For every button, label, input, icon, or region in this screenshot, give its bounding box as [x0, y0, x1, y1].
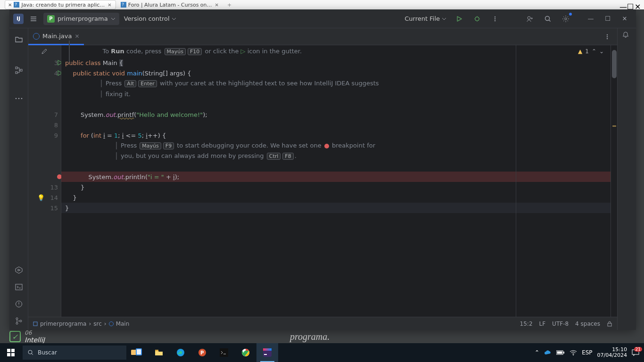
inspection-widget[interactable]: ▲ 1 ⌃ ⌄ — [578, 48, 604, 55]
status-line-ending[interactable]: LF — [539, 321, 546, 327]
svg-rect-47 — [563, 352, 564, 354]
svg-rect-29 — [7, 353, 10, 356]
editor-scrollbar[interactable] — [611, 45, 617, 317]
editor-gutter[interactable]: 3 4 7 8 9 13 14 — [28, 45, 61, 317]
svg-point-31 — [28, 350, 32, 354]
status-encoding[interactable]: UTF-8 — [552, 321, 569, 327]
svg-point-7 — [495, 20, 495, 21]
run-config-selector[interactable]: Current File — [405, 15, 446, 22]
svg-rect-35 — [155, 350, 158, 351]
svg-rect-28 — [11, 349, 15, 352]
close-tab-icon[interactable]: ✕ — [74, 33, 79, 40]
run-button[interactable] — [454, 14, 464, 24]
svg-point-22 — [607, 34, 608, 35]
svg-rect-17 — [16, 284, 22, 290]
svg-point-21 — [20, 320, 22, 322]
taskview-icon[interactable] — [126, 343, 148, 362]
close-icon[interactable]: ✕ — [107, 2, 112, 8]
terminal-tool-button[interactable] — [14, 282, 24, 292]
action-center-icon[interactable]: 21 — [632, 349, 639, 356]
svg-rect-27 — [7, 349, 10, 352]
editor-tab-label: Main.java — [42, 33, 72, 40]
svg-text:P: P — [200, 350, 204, 355]
svg-point-10 — [565, 17, 567, 19]
main-menu-button[interactable] — [28, 14, 39, 24]
onedrive-icon[interactable] — [544, 350, 552, 355]
browser-tab-1-label: Java: creando tu primera aplic… — [21, 2, 105, 8]
svg-rect-46 — [557, 352, 562, 354]
project-name: primerprograma — [58, 15, 108, 22]
svg-text:?: ? — [15, 2, 17, 7]
intellij-taskbar-icon[interactable] — [256, 343, 278, 362]
svg-point-5 — [495, 16, 495, 17]
more-tools-button[interactable] — [14, 93, 24, 104]
minimize-button[interactable]: — — [583, 12, 598, 25]
svg-rect-39 — [220, 348, 228, 357]
svg-rect-12 — [16, 72, 17, 74]
browser-tab-1[interactable]: ✕ ? Java: creando tu primera aplic… ✕ — [5, 0, 116, 9]
search-everywhere-button[interactable] — [543, 14, 553, 24]
maximize-button[interactable]: ☐ — [600, 12, 615, 25]
settings-button[interactable] — [561, 14, 571, 24]
code-with-me-button[interactable] — [525, 14, 535, 24]
warning-icon: ▲ — [578, 48, 582, 55]
edit-hint-icon[interactable] — [41, 48, 48, 55]
svg-point-48 — [573, 354, 574, 355]
close-button[interactable]: ✕ — [617, 12, 632, 25]
svg-point-23 — [607, 36, 608, 37]
svg-point-6 — [495, 18, 495, 19]
edge-icon[interactable] — [170, 343, 191, 362]
java-class-icon — [33, 33, 40, 40]
svg-text:?: ? — [122, 2, 124, 7]
browser-maximize-icon[interactable]: ☐ — [627, 2, 632, 7]
version-control-menu[interactable]: Version control — [124, 15, 176, 22]
chevron-down-icon[interactable]: ⌄ — [599, 48, 604, 55]
svg-point-15 — [18, 98, 19, 99]
chrome-icon[interactable] — [235, 343, 256, 362]
browser-tab-2-label: Foro | Alura Latam - Cursos on… — [128, 2, 212, 8]
language-indicator[interactable]: ESP — [582, 349, 592, 356]
project-tool-button[interactable] — [14, 34, 24, 45]
svg-rect-13 — [20, 69, 22, 71]
close-icon[interactable]: ✕ — [214, 2, 220, 8]
back-lesson-title: IntelliJ — [25, 336, 45, 343]
powerpoint-icon[interactable]: P — [191, 343, 213, 362]
more-actions-button[interactable] — [490, 14, 500, 24]
status-caret-pos[interactable]: 15:2 — [520, 321, 533, 327]
svg-point-8 — [528, 16, 530, 19]
tab-actions-button[interactable] — [602, 32, 612, 42]
structure-tool-button[interactable] — [14, 65, 24, 75]
svg-rect-44 — [263, 348, 272, 351]
browser-newtab[interactable]: + — [224, 0, 234, 9]
browser-minimize-icon[interactable]: — — [619, 2, 624, 7]
svg-point-20 — [16, 322, 18, 324]
svg-rect-43 — [264, 354, 267, 355]
chevron-up-icon[interactable]: ⌃ — [592, 48, 596, 55]
problems-tool-button[interactable] — [14, 299, 24, 309]
intention-bulb-icon[interactable]: 💡 — [37, 194, 45, 201]
breadcrumb[interactable]: primerprograma › src › Main — [33, 321, 129, 327]
wifi-icon[interactable] — [570, 350, 577, 355]
svg-point-14 — [15, 98, 17, 99]
code-editor[interactable]: ▲ 1 ⌃ ⌄ To Run code, press MayúsF10 or c… — [61, 45, 611, 317]
git-tool-button[interactable] — [14, 316, 24, 326]
debug-button[interactable] — [472, 14, 482, 24]
windows-start-button[interactable] — [0, 343, 22, 362]
intellij-logo-icon[interactable]: IJ — [13, 14, 24, 24]
battery-icon[interactable] — [556, 350, 565, 355]
readonly-lock-icon[interactable] — [607, 321, 612, 327]
project-selector[interactable]: P primerprograma — [43, 13, 119, 25]
svg-rect-25 — [33, 322, 37, 326]
terminal-taskbar-icon[interactable] — [213, 343, 235, 362]
status-indent[interactable]: 4 spaces — [575, 321, 600, 327]
services-tool-button[interactable] — [14, 265, 24, 275]
browser-close-icon[interactable]: ✕ — [635, 2, 639, 7]
tray-chevron-up-icon[interactable]: ⌃ — [535, 349, 539, 356]
notifications-button[interactable] — [622, 31, 632, 41]
taskbar-clock[interactable]: 15:10 07/04/2024 — [597, 347, 627, 358]
taskbar-search[interactable]: Buscar — [23, 346, 126, 360]
browser-tab-2[interactable]: ? Foro | Alura Latam - Cursos on… ✕ — [118, 0, 223, 9]
svg-point-9 — [545, 16, 550, 20]
check-icon: ✓ — [9, 331, 21, 342]
file-explorer-icon[interactable] — [148, 343, 170, 362]
